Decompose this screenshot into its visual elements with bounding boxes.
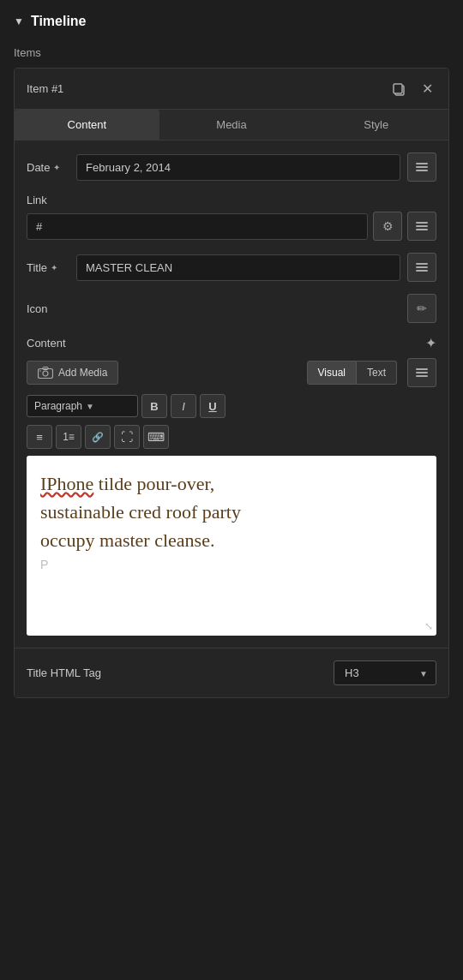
title-row: Title ✦ <box>27 253 436 282</box>
close-icon: ✕ <box>422 81 433 97</box>
duplicate-button[interactable] <box>388 80 410 99</box>
svg-rect-1 <box>394 84 402 93</box>
content-stack-button[interactable] <box>407 358 436 387</box>
keyboard-button[interactable]: ⌨ <box>143 425 169 449</box>
link-gear-button[interactable]: ⚙ <box>373 212 402 241</box>
timeline-title: Timeline <box>31 14 87 29</box>
link-label: Link <box>27 194 436 206</box>
link-stack-button[interactable] <box>407 212 436 241</box>
ordered-list-button[interactable]: 1≡ <box>56 425 81 449</box>
gear-icon: ⚙ <box>382 219 394 233</box>
media-bar: Add Media Visual Text <box>27 358 436 387</box>
html-tag-label: Title HTML Tag <box>27 666 101 679</box>
magic-icon: ✦ <box>425 336 436 350</box>
stack-icon-4 <box>416 368 428 377</box>
fullscreen-button[interactable]: ⛶ <box>114 425 140 449</box>
date-label: Date ✦ <box>27 161 69 174</box>
spark-icon: ✦ <box>53 163 60 172</box>
title-input[interactable] <box>76 254 400 281</box>
icon-edit-button[interactable]: ✏ <box>407 294 436 323</box>
paragraph-chevron-icon: ▼ <box>86 402 94 411</box>
editor-line2: sustainable cred roof party <box>40 501 241 523</box>
ul-icon: ≡ <box>36 431 43 444</box>
item-header: Item #1 ✕ <box>15 69 448 110</box>
close-button[interactable]: ✕ <box>418 79 436 99</box>
editor-line3: occupy master cleanse. <box>40 529 214 551</box>
svg-rect-2 <box>39 369 53 379</box>
stack-icon-3 <box>416 263 428 272</box>
timeline-header: ▼ Timeline <box>14 14 449 29</box>
date-row: Date ✦ <box>27 152 436 182</box>
title-field-label: Title ✦ <box>27 261 69 274</box>
link-input-row: ⚙ <box>27 212 436 241</box>
content-section: Content ✦ Add Me <box>27 335 436 636</box>
form-body: Date ✦ Link ⚙ <box>15 140 448 648</box>
underline-button[interactable]: U <box>200 394 225 418</box>
resize-handle[interactable]: ⤡ <box>424 620 433 632</box>
icon-label: Icon <box>27 302 69 315</box>
camera-icon <box>38 367 53 379</box>
chevron-icon: ▼ <box>14 15 24 27</box>
icon-row: Icon ✏ <box>27 294 436 323</box>
editor-area[interactable]: IPhone tilde pour-over, sustainable cred… <box>27 456 436 636</box>
content-field-label: Content <box>27 337 66 350</box>
editor-toolbar-2: ≡ 1≡ 🔗 ⛶ ⌨ <box>27 425 436 449</box>
expand-icon: ⛶ <box>121 430 133 444</box>
magic-button[interactable]: ✦ <box>425 335 436 351</box>
html-tag-wrapper: H1 H2 H3 H4 H5 H6 p <box>334 660 436 685</box>
tab-style[interactable]: Style <box>304 110 448 140</box>
tabs-bar: Content Media Style <box>15 110 448 140</box>
keyboard-icon: ⌨ <box>147 430 165 444</box>
item-actions: ✕ <box>388 79 436 99</box>
item-card: Item #1 ✕ Content Media Style <box>14 68 449 698</box>
editor-placeholder: P <box>40 558 423 571</box>
link-row: Link ⚙ <box>27 194 436 241</box>
editor-content: IPhone tilde pour-over, sustainable cred… <box>40 469 423 554</box>
stack-icon-2 <box>416 222 428 230</box>
visual-button[interactable]: Visual <box>307 361 357 385</box>
link-chain-icon: 🔗 <box>92 432 104 443</box>
text-button[interactable]: Text <box>357 361 397 385</box>
link-input[interactable] <box>27 213 368 240</box>
tab-media[interactable]: Media <box>159 110 304 140</box>
panel: ▼ Timeline Items Item #1 ✕ <box>0 0 463 719</box>
bold-button[interactable]: B <box>141 394 167 418</box>
paragraph-select[interactable]: Paragraph ▼ <box>27 395 138 417</box>
tab-content[interactable]: Content <box>15 110 159 140</box>
stack-icon <box>416 163 428 171</box>
title-stack-button[interactable] <box>407 253 436 282</box>
italic-button[interactable]: I <box>171 394 196 418</box>
content-header-row: Content ✦ <box>27 335 436 351</box>
edit-icon: ✏ <box>417 302 427 315</box>
svg-point-3 <box>43 371 48 376</box>
svg-point-5 <box>39 370 41 372</box>
html-tag-select[interactable]: H1 H2 H3 H4 H5 H6 p <box>334 660 436 685</box>
link-button[interactable]: 🔗 <box>85 425 111 449</box>
date-input[interactable] <box>76 154 400 181</box>
ol-icon: 1≡ <box>63 431 75 443</box>
add-media-button[interactable]: Add Media <box>27 361 118 385</box>
visual-text-group: Visual Text <box>307 361 397 385</box>
date-stack-button[interactable] <box>407 152 436 182</box>
title-spark-icon: ✦ <box>51 263 57 272</box>
item-title: Item #1 <box>27 82 63 95</box>
add-media-label: Add Media <box>58 367 107 379</box>
items-label: Items <box>14 46 449 59</box>
iphone-text: IPhone <box>40 473 93 494</box>
editor-toolbar-1: Paragraph ▼ B I U <box>27 394 436 418</box>
html-tag-row: Title HTML Tag H1 H2 H3 H4 H5 H6 p <box>15 648 448 697</box>
unordered-list-button[interactable]: ≡ <box>27 425 52 449</box>
